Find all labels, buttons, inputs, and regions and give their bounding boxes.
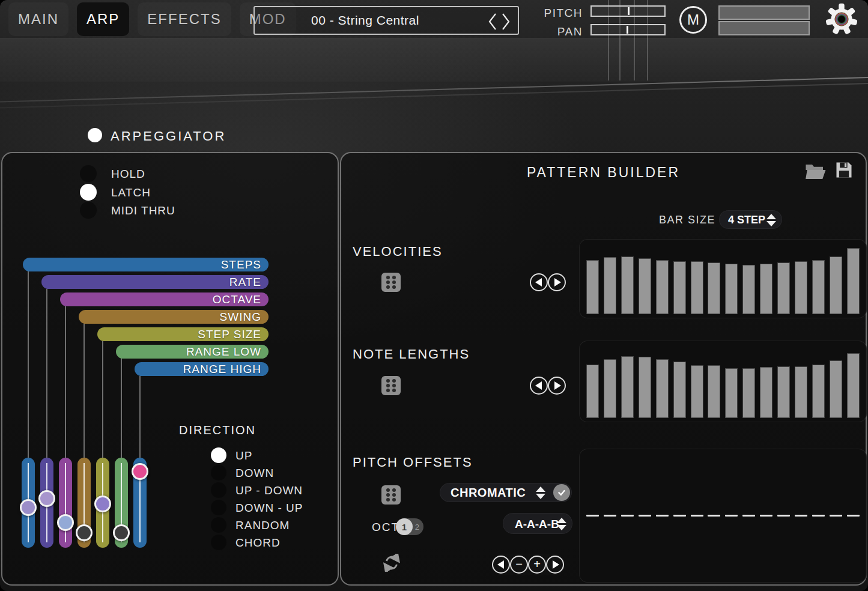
bar-size-selector[interactable]: 4 STEP xyxy=(719,210,782,229)
direction-option-random[interactable] xyxy=(211,517,226,533)
velocity-bar-12[interactable] xyxy=(777,262,790,314)
pan-slider-handle[interactable] xyxy=(627,26,628,34)
velocity-bar-11[interactable] xyxy=(760,264,772,314)
note-length-bar-14[interactable] xyxy=(812,365,825,418)
note-length-bar-3[interactable] xyxy=(621,356,634,418)
velocity-bar-2[interactable] xyxy=(604,257,616,314)
note-length-bar-8[interactable] xyxy=(708,365,720,418)
velocities-graph[interactable] xyxy=(579,239,867,318)
pitch-offset-step-9[interactable] xyxy=(725,515,738,517)
velocity-bar-5[interactable] xyxy=(656,260,669,314)
pitch-offset-step-15[interactable] xyxy=(830,515,842,517)
direction-option-up-down[interactable] xyxy=(211,482,226,498)
oct-option-2[interactable]: 2 xyxy=(415,523,419,532)
pitch-offsets-shift-left-button[interactable] xyxy=(492,556,510,574)
direction-option-down[interactable] xyxy=(211,465,226,480)
note-length-bar-5[interactable] xyxy=(656,359,669,418)
velocity-bar-6[interactable] xyxy=(673,261,686,314)
pan-slider[interactable] xyxy=(590,24,666,35)
plus-icon: + xyxy=(533,558,541,570)
velocity-bar-16[interactable] xyxy=(847,248,860,314)
velocity-bar-14[interactable] xyxy=(812,260,825,314)
pitch-offset-step-6[interactable] xyxy=(673,515,686,517)
pattern-mode-selector[interactable]: A-A-A-B xyxy=(503,513,572,534)
bar-size-stepper-icon[interactable] xyxy=(766,214,776,226)
settings-button[interactable] xyxy=(825,3,858,38)
scale-stepper-icon[interactable] xyxy=(536,486,545,499)
arpeggiator-enable-toggle[interactable] xyxy=(88,128,102,142)
velocity-bar-10[interactable] xyxy=(742,265,755,314)
refresh-icon xyxy=(383,554,401,572)
tab-main[interactable]: MAIN xyxy=(8,2,68,36)
pitch-offset-step-1[interactable] xyxy=(586,515,599,517)
pitch-offsets-reset-button[interactable] xyxy=(383,554,401,574)
velocities-shift-right-button[interactable] xyxy=(548,273,566,291)
background-decor xyxy=(0,82,868,109)
pitch-offsets-increment-button[interactable]: + xyxy=(528,556,546,574)
note-lengths-randomize-button[interactable] xyxy=(381,375,401,396)
pitch-offset-step-11[interactable] xyxy=(760,515,772,517)
pitch-offset-step-12[interactable] xyxy=(777,515,790,517)
pitch-offset-step-16[interactable] xyxy=(847,515,860,517)
tab-arp[interactable]: ARP xyxy=(77,2,129,36)
preset-prev-icon[interactable] xyxy=(488,12,497,31)
open-pattern-button[interactable] xyxy=(805,163,827,183)
pitch-offsets-randomize-button[interactable] xyxy=(381,485,401,505)
scale-apply-button[interactable] xyxy=(553,484,570,501)
tab-effects[interactable]: EFFECTS xyxy=(138,2,231,36)
pitch-offsets-graph[interactable] xyxy=(579,449,867,583)
pitch-offset-step-14[interactable] xyxy=(812,515,825,517)
note-length-bar-1[interactable] xyxy=(586,365,599,418)
note-length-bar-9[interactable] xyxy=(725,368,738,418)
direction-option-up[interactable] xyxy=(211,447,226,463)
save-pattern-button[interactable] xyxy=(835,161,853,181)
note-lengths-shift-left-button[interactable] xyxy=(530,377,548,395)
note-length-bar-2[interactable] xyxy=(604,359,616,418)
note-lengths-shift-right-button[interactable] xyxy=(548,377,566,395)
velocity-bar-4[interactable] xyxy=(639,258,651,314)
pitch-offset-step-10[interactable] xyxy=(742,515,755,517)
pitch-offset-step-13[interactable] xyxy=(795,515,807,517)
note-length-bar-15[interactable] xyxy=(830,360,842,418)
note-length-bar-11[interactable] xyxy=(760,367,772,418)
note-length-bar-10[interactable] xyxy=(742,368,755,418)
dice-icon xyxy=(381,272,401,292)
note-length-bar-12[interactable] xyxy=(777,366,790,418)
pitch-slider-handle[interactable] xyxy=(628,7,630,15)
pitch-label: PITCH xyxy=(543,7,583,20)
pitch-offset-step-5[interactable] xyxy=(656,515,669,517)
pitch-offset-step-2[interactable] xyxy=(604,515,616,517)
direction-label-random: RANDOM xyxy=(235,519,290,532)
mute-button[interactable]: M xyxy=(679,6,707,34)
pitch-slider[interactable] xyxy=(590,5,666,17)
pitch-offsets-decrement-button[interactable]: − xyxy=(510,556,528,574)
note-length-bar-4[interactable] xyxy=(639,357,651,418)
oct-option-1[interactable]: 1 xyxy=(396,518,413,535)
velocity-bar-9[interactable] xyxy=(725,264,738,314)
direction-option-down-up[interactable] xyxy=(211,500,226,515)
pattern-mode-stepper-icon[interactable] xyxy=(557,518,566,530)
oct-toggle[interactable]: 1 2 xyxy=(396,518,423,535)
velocity-bar-13[interactable] xyxy=(795,261,807,314)
preset-display: 00 - String Central xyxy=(253,6,519,35)
velocities-shift-left-button[interactable] xyxy=(530,273,548,291)
velocity-bar-1[interactable] xyxy=(586,260,599,314)
scale-selector[interactable]: CHROMATIC xyxy=(440,483,572,502)
pitch-offset-step-8[interactable] xyxy=(708,515,720,517)
pitch-offset-step-7[interactable] xyxy=(691,515,703,517)
note-length-bar-16[interactable] xyxy=(847,353,860,418)
direction-option-chord[interactable] xyxy=(211,535,226,550)
velocity-bar-8[interactable] xyxy=(708,262,720,314)
note-length-bar-6[interactable] xyxy=(673,362,686,418)
pitch-offset-step-4[interactable] xyxy=(639,515,651,517)
note-lengths-graph[interactable] xyxy=(579,341,867,422)
velocity-bar-3[interactable] xyxy=(621,256,634,314)
note-length-bar-13[interactable] xyxy=(795,366,807,418)
velocities-randomize-button[interactable] xyxy=(381,272,401,292)
pitch-offset-step-3[interactable] xyxy=(621,515,634,517)
preset-next-icon[interactable] xyxy=(501,12,511,31)
note-length-bar-7[interactable] xyxy=(691,365,703,418)
velocity-bar-7[interactable] xyxy=(691,261,703,314)
pitch-offsets-shift-right-button[interactable] xyxy=(546,556,564,574)
velocity-bar-15[interactable] xyxy=(830,256,842,314)
